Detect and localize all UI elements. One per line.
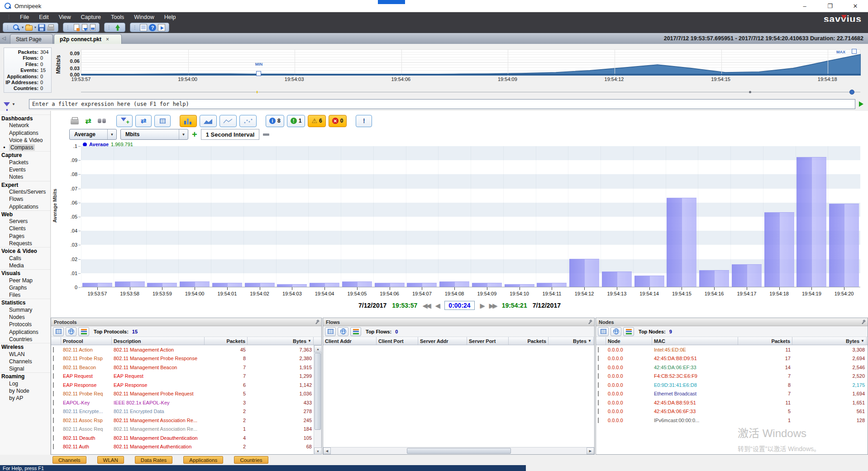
menu-help[interactable]: Help [159, 13, 181, 21]
row-checkbox[interactable] [598, 356, 599, 361]
row-checkbox[interactable] [53, 391, 54, 396]
sidebar-item-peer-map[interactable]: Peer Map [0, 277, 50, 284]
sidebar-item-notes[interactable]: Notes [0, 173, 50, 181]
chart-bar[interactable] [764, 212, 794, 287]
column-header-checkbox[interactable] [596, 337, 606, 345]
chart-bar[interactable] [375, 283, 405, 287]
table-row[interactable]: EAP RequestEAP Request71,299 [51, 372, 321, 381]
scroll-left-icon[interactable]: ◀ [323, 447, 331, 454]
pin-icon[interactable] [587, 319, 592, 325]
map-view-button[interactable] [66, 327, 76, 336]
search-button[interactable] [96, 115, 107, 127]
menu-window[interactable]: Window [129, 13, 159, 21]
chart-bar[interactable] [569, 259, 599, 287]
column-header-packets[interactable]: Packets [509, 337, 548, 345]
chevron-down-icon[interactable]: ▾ [34, 25, 36, 29]
column-header-checkbox[interactable] [51, 337, 61, 345]
sidebar-item-protocols[interactable]: Protocols [0, 321, 50, 328]
scroll-up-icon[interactable]: ▲ [314, 345, 322, 352]
open-file-icon[interactable] [25, 25, 33, 31]
bottom-tab-channels[interactable]: Channels [52, 456, 86, 464]
column-header-bytes[interactable]: Bytes▼ [792, 337, 867, 345]
table-row[interactable]: EAP ResponseEAP Response61,142 [51, 381, 321, 390]
sidebar-item-events[interactable]: Events [0, 166, 50, 173]
map-view-button[interactable] [338, 327, 348, 336]
step-back-fast-button[interactable]: ◀◀ [423, 302, 430, 309]
timeline-scrubber[interactable]: ▷ [81, 92, 860, 92]
sidebar-item-by-node[interactable]: by Node [0, 387, 50, 395]
chart-bar[interactable] [796, 157, 826, 287]
row-checkbox[interactable] [53, 400, 54, 405]
step-forward-fast-button[interactable]: ▶▶ [489, 302, 496, 309]
chart-bar[interactable] [310, 283, 339, 287]
column-header-description[interactable]: Description [112, 337, 205, 345]
zoom-out-interval-icon[interactable] [263, 133, 269, 136]
sidebar-item-media[interactable]: Media [0, 262, 50, 269]
column-header-client-port[interactable]: Client Port [377, 337, 418, 345]
filter-menu-button[interactable]: ▼ [1, 99, 28, 109]
chart-view-button[interactable] [350, 327, 361, 336]
list-view-button[interactable] [154, 115, 171, 127]
scrubber-handle[interactable] [849, 90, 854, 95]
chart-bar[interactable] [439, 281, 469, 287]
column-header-server-addr[interactable]: Server Addr [418, 337, 467, 345]
table-row[interactable]: 802.11 Auth802.11 Management Authenticat… [51, 442, 321, 452]
menu-view[interactable]: View [54, 13, 76, 21]
sidebar-item-clients-servers[interactable]: Clients/Servers [0, 188, 50, 195]
resume-capture-icon[interactable] [158, 24, 165, 31]
chart-bar[interactable] [505, 284, 534, 287]
chart-bar[interactable] [472, 283, 502, 287]
chart-bar[interactable] [407, 283, 437, 287]
compass-bar-chart[interactable] [81, 146, 860, 287]
column-header-mac[interactable]: MAC [652, 337, 738, 345]
refresh-button[interactable]: ⇄ [83, 115, 94, 127]
chart-view-button[interactable] [78, 327, 89, 336]
column-header-bytes[interactable]: Bytes▼ [248, 337, 314, 345]
tab-scroll-left-icon[interactable]: ◁ [2, 35, 5, 41]
column-header-protocol[interactable]: Protocol [61, 337, 112, 345]
sidebar-item-applications[interactable]: Applications [0, 129, 50, 137]
scroll-down-icon[interactable]: ▼ [314, 447, 322, 455]
row-checkbox[interactable] [598, 365, 599, 370]
sidebar-item-applications[interactable]: Applications [0, 328, 50, 336]
print-chart-button[interactable] [69, 115, 80, 127]
updates-icon[interactable] [114, 24, 121, 31]
table-row[interactable]: 0.0.0.0F4:CB:52:3C:E6:F972,520 [596, 372, 868, 381]
sidebar-item-nodes[interactable]: Nodes [0, 314, 50, 321]
table-row[interactable]: 802.11 Encrypte...802.11 Encrypted Data2… [51, 407, 321, 416]
log-window-icon[interactable] [90, 24, 95, 31]
bottom-tab-countries[interactable]: Countries [234, 456, 268, 464]
bottom-tab-data-rates[interactable]: Data Rates [135, 456, 173, 464]
table-row[interactable]: 802.11 Assoc Req802.11 Management Associ… [51, 425, 321, 434]
sidebar-item-wlan[interactable]: WLAN [0, 351, 50, 358]
sidebar-item-compass[interactable]: Compass [0, 144, 50, 151]
row-checkbox[interactable] [53, 373, 54, 379]
row-checkbox[interactable] [598, 347, 599, 352]
chart-bar[interactable] [180, 281, 210, 287]
table-view-button[interactable] [598, 327, 609, 336]
close-button[interactable]: ✕ [843, 0, 868, 12]
sidebar-item-pages[interactable]: Pages [0, 233, 50, 240]
table-row[interactable]: 802.11 Deauth802.11 Management Deauthent… [51, 433, 321, 442]
sidebar-item-graphs[interactable]: Graphs [0, 284, 50, 291]
chart-bar[interactable] [82, 283, 112, 287]
time-window-value[interactable]: 0:00:24 [444, 301, 474, 310]
menu-capture[interactable]: Capture [76, 13, 106, 21]
area-chart-type-button[interactable] [200, 115, 217, 127]
bar-chart-type-button[interactable] [180, 115, 197, 127]
help-icon[interactable]: ? [149, 24, 156, 31]
statistic-dropdown[interactable]: Average▼ [69, 129, 117, 140]
timeline-max-checkbox[interactable] [852, 49, 857, 54]
zoom-in-interval-icon[interactable]: + [192, 129, 197, 140]
filter-expression-input[interactable]: Enter a filter expression here (use F1 f… [29, 99, 855, 109]
scatter-chart-type-button[interactable] [239, 115, 257, 127]
sidebar-item-requests[interactable]: Requests [0, 240, 50, 247]
protocols-panel-header[interactable]: Protocols [51, 318, 321, 326]
flows-panel-header[interactable]: Flows [323, 318, 594, 326]
start-page-icon[interactable] [74, 24, 79, 31]
column-header-bytes[interactable]: Bytes▼ [548, 337, 594, 345]
pin-icon[interactable] [860, 319, 866, 325]
new-capture-icon[interactable] [13, 24, 20, 31]
table-row[interactable]: 0.0.0.0Intel:45:ED:0E113,308 [596, 345, 868, 354]
sidebar-item-flows[interactable]: Flows [0, 195, 50, 203]
